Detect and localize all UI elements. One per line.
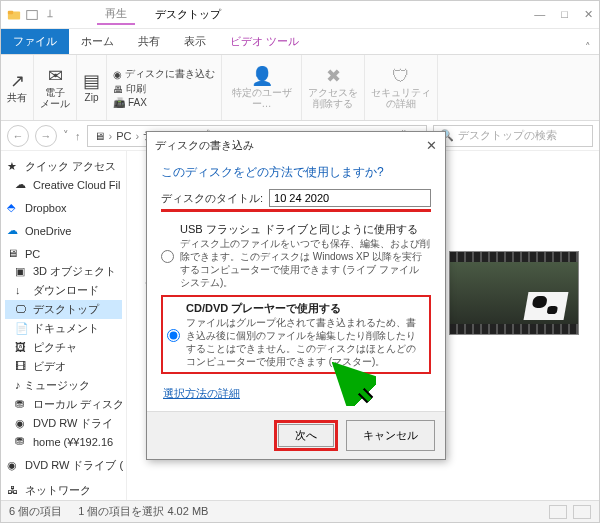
ribbon-burn-group: ◉ディスクに書き込む 🖶印刷 📠FAX [107,55,222,120]
video-icon: 🎞 [15,360,28,373]
option-usb-desc: ディスク上のファイルをいつでも保存、編集、および削除できます。このディスクは W… [180,237,431,289]
print-icon: 🖶 [113,84,123,95]
option-usb-flash[interactable]: USB フラッシュ ドライブと同じように使用する ディスク上のファイルをいつでも… [161,222,431,289]
radio-usb-flash[interactable] [161,224,174,289]
ribbon-print[interactable]: 🖶印刷 [113,82,146,96]
svg-rect-2 [27,10,38,19]
ribbon-burn[interactable]: ◉ディスクに書き込む [113,67,215,81]
sidebar-local-disk[interactable]: ⛃ローカル ディスク ( [5,395,122,414]
disc-icon: ◉ [113,69,122,80]
ribbon-fax[interactable]: 📠FAX [113,97,147,108]
dialog-title: ディスクの書き込み [155,138,254,153]
mail-icon: ✉ [48,67,63,85]
sidebar-desktop[interactable]: 🖵デスクトップ [5,300,122,319]
search-box[interactable]: 🔍 デスクトップの検索 [433,125,593,147]
view-details-button[interactable] [549,505,567,519]
ribbon-mail[interactable]: ✉ 電子 メール [34,55,77,120]
cube-icon: ▣ [15,265,28,278]
dropbox-icon: ⬘ [7,201,20,214]
tab-home[interactable]: ホーム [69,29,126,54]
nav-up[interactable]: ↑ [75,130,81,142]
sidebar-music[interactable]: ♪ ミュージック [5,376,122,395]
star-icon: ★ [7,160,20,173]
fax-icon: 📠 [113,97,125,108]
doc-icon: 📄 [15,322,28,335]
tab-file[interactable]: ファイル [1,29,69,54]
status-item-count: 6 個の項目 [9,504,62,519]
sidebar-onedrive[interactable]: ☁OneDrive [5,222,122,239]
disc-title-input[interactable] [269,189,431,207]
disc-icon: ◉ [7,459,20,472]
ribbon-body: ↗ 共有 ✉ 電子 メール ▤ Zip ◉ディスクに書き込む 🖶印刷 📠FAX … [1,55,599,121]
drive-icon: ⛃ [15,398,28,411]
sidebar-network[interactable]: 🖧ネットワーク [5,481,122,500]
option-cddvd-title: CD/DVD プレーヤーで使用する [186,301,425,316]
user-icon: 👤 [251,67,273,85]
breadcrumb-pc[interactable]: PC [116,130,131,142]
sidebar-pictures[interactable]: 🖼ピクチャ [5,338,122,357]
sidebar-home-net[interactable]: ⛃home (¥¥192.16 [5,433,122,450]
window-title: デスクトップ [155,7,221,22]
close-button[interactable]: ✕ [584,8,593,21]
burn-disc-dialog: ディスクの書き込み ✕ このディスクをどの方法で使用しますか? ディスクのタイト… [146,131,446,460]
option-usb-title: USB フラッシュ ドライブと同じように使用する [180,222,431,237]
sidebar-creative-cloud[interactable]: ☁Creative Cloud Fil [5,176,122,193]
tab-share[interactable]: 共有 [126,29,172,54]
context-tab-label: 再生 [97,4,135,25]
nav-forward[interactable]: → [35,125,57,147]
file-item-video[interactable] [449,251,579,335]
ribbon-remove-access[interactable]: ✖ アクセスを 削除する [302,55,365,120]
minimize-button[interactable]: — [534,8,545,21]
shield-icon: 🛡 [392,67,410,85]
maximize-button[interactable]: □ [561,8,568,21]
cancel-button[interactable]: キャンセル [346,420,435,451]
folder-icon [7,8,21,22]
nav-history-dropdown[interactable]: ˅ [63,129,69,142]
ribbon-specific-user[interactable]: 👤 特定のユーザー… [222,55,302,120]
ribbon-tabs: ファイル ホーム 共有 表示 ビデオ ツール ˄ [1,29,599,55]
dialog-question: このディスクをどの方法で使用しますか? [161,164,431,181]
status-bar: 6 個の項目 1 個の項目を選択 4.02 MB [1,500,599,522]
sidebar-dvd-rw[interactable]: ◉DVD RW ドライ [5,414,122,433]
ribbon-zip[interactable]: ▤ Zip [77,55,107,120]
sidebar-documents[interactable]: 📄ドキュメント [5,319,122,338]
titlebar: 再生 デスクトップ — □ ✕ [1,1,599,29]
pc-icon: 🖥 [94,130,105,142]
remove-access-icon: ✖ [326,67,341,85]
next-button[interactable]: 次へ [278,424,334,447]
dialog-close-button[interactable]: ✕ [426,138,437,153]
sidebar-dropbox[interactable]: ⬘Dropbox [5,199,122,216]
option-cddvd-desc: ファイルはグループ化されて書き込まれるため、書き込み後に個別のファイルを編集した… [186,316,425,368]
pc-icon: 🖥 [7,247,20,260]
svg-rect-1 [8,10,13,14]
tab-view[interactable]: 表示 [172,29,218,54]
sidebar-pc[interactable]: 🖥PC [5,245,122,262]
disc-title-label: ディスクのタイトル: [161,191,263,206]
next-button-highlight: 次へ [274,420,338,451]
radio-cd-dvd[interactable] [167,303,180,368]
pin-icon [43,8,57,22]
network-icon: 🖧 [7,484,20,497]
sidebar-3d-objects[interactable]: ▣3D オブジェクト [5,262,122,281]
highlight-underline [161,209,431,212]
disc-icon: ◉ [15,417,28,430]
nav-back[interactable]: ← [7,125,29,147]
ribbon-security[interactable]: 🛡 セキュリティ の詳細 [365,55,438,120]
view-icons-button[interactable] [573,505,591,519]
sidebar-dvd-rw-2[interactable]: ◉DVD RW ドライブ ( [5,456,122,475]
help-link[interactable]: 選択方法の詳細 [163,386,240,401]
ribbon-collapse[interactable]: ˄ [577,41,599,54]
onedrive-icon: ☁ [7,224,20,237]
ribbon-share[interactable]: ↗ 共有 [1,55,34,120]
tab-video-tools[interactable]: ビデオ ツール [218,29,311,54]
zip-icon: ▤ [83,72,100,90]
cloud-icon: ☁ [15,178,28,191]
recent-icon [25,8,39,22]
sidebar-downloads[interactable]: ↓ダウンロード [5,281,122,300]
sidebar-quick-access[interactable]: ★クイック アクセス [5,157,122,176]
sidebar: ★クイック アクセス ☁Creative Cloud Fil ⬘Dropbox … [1,151,127,500]
option-cd-dvd[interactable]: CD/DVD プレーヤーで使用する ファイルはグループ化されて書き込まれるため、… [161,295,431,374]
search-placeholder: デスクトップの検索 [458,128,557,143]
netdrive-icon: ⛃ [15,435,28,448]
sidebar-videos[interactable]: 🎞ビデオ [5,357,122,376]
